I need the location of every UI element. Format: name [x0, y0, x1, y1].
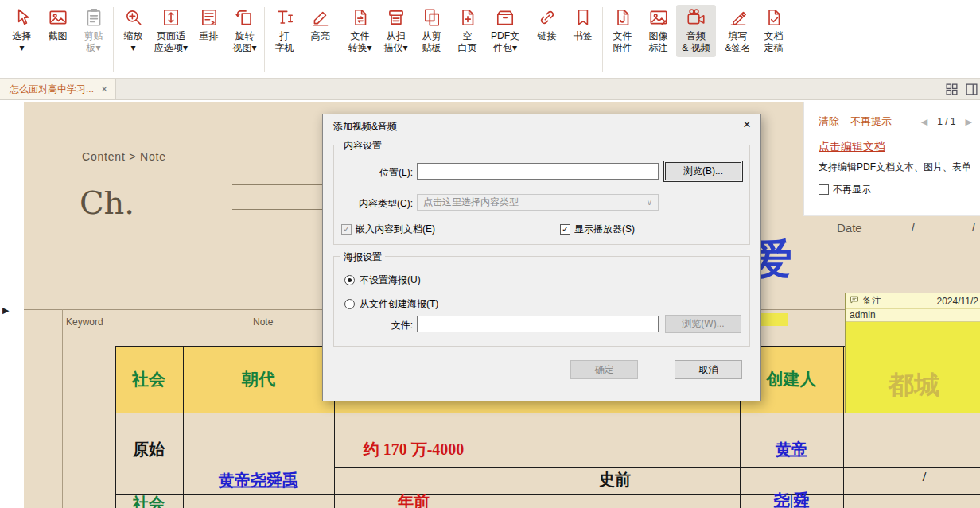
toolbar-button-select[interactable]: 选择▾: [4, 5, 40, 57]
edit-document-link[interactable]: 点击编辑文档: [819, 140, 980, 154]
show-player-label: 显示播放器(S): [574, 223, 635, 236]
no-poster-radio[interactable]: [344, 275, 355, 285]
note-icon: [850, 295, 859, 307]
toolbar-button-rotate-view[interactable]: 旋转视图▾: [227, 5, 262, 57]
toolbar-button-screenshot[interactable]: 截图: [40, 5, 76, 45]
dialog-close-icon[interactable]: ×: [743, 117, 751, 133]
note-body[interactable]: 都城: [846, 322, 980, 413]
toolbar-label: 链接: [538, 30, 557, 42]
table-cell: 社会: [133, 493, 165, 508]
toolbar-separator: [602, 7, 603, 72]
location-input[interactable]: [417, 163, 659, 180]
edit-notify-panel: 清除 不再提示 ◀ 1 / 1 ▶ 点击编辑文档 支持编辑PDF文档文本、图片、…: [803, 102, 980, 216]
content-type-label: 内容类型(C):: [323, 197, 413, 211]
table-line: [115, 346, 116, 508]
toolbar-button-doc-finalize[interactable]: 文档定稿: [756, 5, 791, 57]
table-cell-link[interactable]: 黄帝: [776, 439, 807, 460]
doc-date-label: Date: [837, 221, 862, 235]
next-page-icon[interactable]: ▶: [966, 117, 972, 127]
toolbar-label: 白页: [458, 42, 477, 54]
from-file-radio-row: 从文件创建海报(T): [344, 297, 438, 311]
package-icon: [495, 7, 515, 28]
link-icon: [537, 7, 558, 28]
toolbar-label: 重排: [200, 30, 219, 42]
table-line: [115, 494, 980, 495]
note-title: 备注: [862, 294, 881, 308]
table-cell-link[interactable]: 黄帝尧舜禹: [219, 470, 298, 491]
browse-location-button[interactable]: 浏览(B)...: [665, 162, 741, 180]
image-icon: [48, 7, 68, 28]
dialog-title: 添加视频&音频: [333, 120, 397, 134]
no-remind-link[interactable]: 不再提示: [850, 114, 892, 129]
scanner-icon: [386, 7, 406, 28]
toolbar-label: 截图: [49, 30, 68, 42]
toolbar-button-from-scanner[interactable]: 从扫描仪▾: [378, 5, 414, 57]
dont-show-checkbox[interactable]: [819, 184, 829, 195]
toolbar-button-page-fit-options[interactable]: 页面适应选项▾: [151, 5, 191, 57]
poster-from-file-radio[interactable]: [344, 299, 355, 309]
toolbar-label: 高亮: [311, 30, 330, 42]
note-annotation[interactable]: 备注 2024/11/2 admin 都城: [845, 293, 980, 413]
rotate-icon: [235, 7, 255, 28]
content-type-dropdown[interactable]: 点击这里选择内容类型 ∨: [417, 194, 659, 211]
toolbar-button-typewriter[interactable]: 打字机: [266, 5, 302, 57]
toolbar-button-highlight[interactable]: 高亮: [302, 5, 338, 45]
layout-view-icon[interactable]: [965, 83, 978, 99]
toolbar-button-image-annotation[interactable]: 图像标注: [640, 5, 676, 57]
table-header-cell: 社会: [132, 368, 165, 390]
toolbar-label: 填写: [729, 30, 748, 42]
grid-view-icon[interactable]: [945, 83, 959, 99]
player-checkbox-row: 显示播放器(S): [560, 223, 635, 236]
toolbar-button-bookmark[interactable]: 书签: [565, 5, 601, 45]
toolbar-label: 书签: [574, 30, 593, 42]
clipboard-icon: [84, 7, 104, 28]
doc-date-slash: /: [912, 221, 915, 234]
bookmark-icon: [573, 7, 593, 28]
toolbar-button-zoom[interactable]: 缩放▾: [115, 5, 151, 57]
toolbar-button-clipboard: 剪贴板▾: [76, 5, 111, 57]
toolbar-button-fill-sign[interactable]: 填写&签名: [720, 5, 756, 57]
document-tab[interactable]: 怎么面对高中学习... ×: [0, 79, 116, 99]
notify-pager: ◀ 1 / 1 ▶: [921, 116, 972, 127]
chevron-down-icon: ∨: [647, 198, 652, 207]
paste-page-icon: [422, 7, 442, 28]
pen-icon: [728, 7, 749, 28]
prev-page-icon[interactable]: ◀: [921, 117, 928, 127]
toolbar-label: 字机: [275, 42, 294, 54]
toolbar-label: 文件: [351, 30, 370, 42]
poster-file-input[interactable]: [417, 316, 659, 332]
main-area: ▶ Content > Note Ch. Keyword Note Date /…: [0, 100, 980, 508]
toolbar-label: 描仪▾: [383, 42, 407, 54]
toolbar-label: 板▾: [86, 42, 100, 54]
toolbar-label: 定稿: [764, 42, 784, 54]
doc-keyword-label: Keyword: [66, 316, 103, 328]
toolbar-button-blank-page[interactable]: 空白页: [449, 5, 485, 57]
tab-close-icon[interactable]: ×: [101, 83, 107, 95]
location-label: 位置(L):: [323, 166, 413, 180]
toolbar-button-pdf-package[interactable]: PDF文件包▾: [485, 5, 525, 57]
toolbar-button-link[interactable]: 链接: [529, 5, 565, 45]
toolbar-label: 缩放: [124, 30, 143, 42]
toolbar-button-from-clipboard[interactable]: 从剪贴板: [414, 5, 449, 57]
toolbar-label: 页面适: [157, 30, 185, 42]
table-cell-link[interactable]: 尧|舜: [774, 490, 809, 508]
show-player-checkbox[interactable]: [560, 224, 570, 235]
doc-rule-line: [232, 209, 335, 210]
blank-icon: [457, 7, 478, 28]
toolbar-button-file-convert[interactable]: 文件转换▾: [342, 5, 378, 57]
table-header-cell: 朝代: [242, 368, 275, 390]
ok-button: 确定: [570, 360, 638, 379]
edit-document-desc: 支持编辑PDF文档文本、图片、表单: [819, 161, 980, 174]
toolbar-button-file-attachment[interactable]: 文件附件: [605, 5, 640, 57]
content-type-placeholder: 点击这里选择内容类型: [423, 196, 519, 209]
clear-link[interactable]: 清除: [819, 114, 839, 129]
toolbar-button-reflow[interactable]: 重排: [191, 5, 227, 45]
toolbar-label: 从扫: [387, 30, 406, 42]
file-label: 文件:: [323, 319, 413, 332]
toolbar-label: 图像: [649, 30, 668, 42]
convert-icon: [350, 7, 371, 28]
cancel-button[interactable]: 取消: [675, 360, 742, 379]
toolbar-button-audio-video[interactable]: 音频& 视频: [676, 5, 716, 57]
add-av-dialog: 添加视频&音频 × 内容设置 位置(L): 浏览(B)... 内容类型(C): …: [322, 114, 761, 401]
toolbar-label: 空: [463, 30, 472, 42]
